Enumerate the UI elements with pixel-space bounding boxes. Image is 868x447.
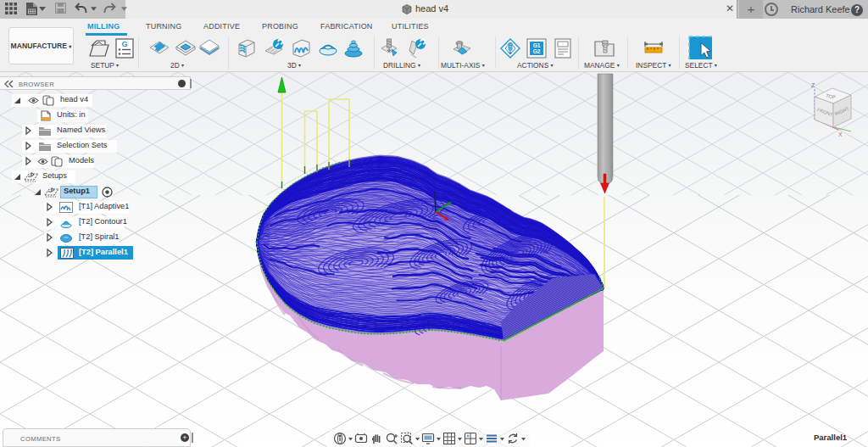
svg-text:Z: Z — [811, 82, 815, 88]
svg-text:G2: G2 — [533, 48, 541, 54]
svg-text:G: G — [121, 40, 127, 48]
svg-text:G1: G1 — [533, 42, 541, 48]
svg-text:X: X — [838, 131, 843, 137]
